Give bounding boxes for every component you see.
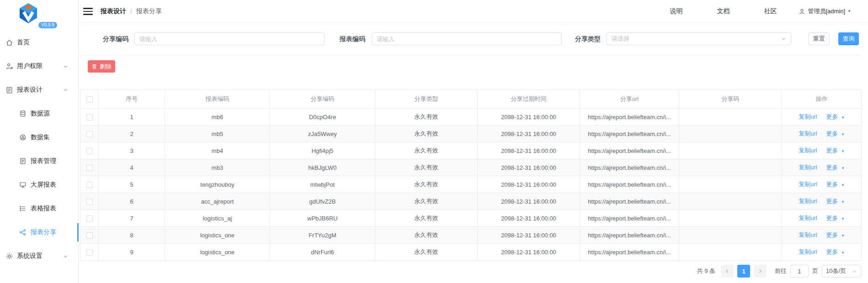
- page-size-select[interactable]: 10条/页: [822, 265, 861, 278]
- cell-share-password: [679, 193, 782, 210]
- search-button[interactable]: 查询: [838, 32, 859, 45]
- copy-url-link[interactable]: 复制url: [799, 130, 817, 137]
- row-checkbox[interactable]: [86, 232, 93, 239]
- row-checkbox[interactable]: [86, 182, 93, 188]
- cell-actions: 复制url 更多 ▼: [782, 227, 862, 244]
- home-icon: [5, 39, 13, 47]
- share-icon: [19, 229, 27, 236]
- sidebar-item-report-share[interactable]: 报表分享: [0, 220, 78, 244]
- sidebar-item-settings[interactable]: 系统设置: [0, 244, 78, 268]
- cell-actions: 复制url 更多 ▼: [782, 109, 862, 126]
- cell-seq: 9: [99, 244, 165, 261]
- copy-url-link[interactable]: 复制url: [799, 147, 817, 154]
- row-checkbox[interactable]: [86, 165, 93, 171]
- caret-down-icon: ▼: [841, 234, 845, 238]
- nav-community-link[interactable]: 社区: [764, 7, 777, 16]
- copy-url-link[interactable]: 复制url: [799, 231, 817, 238]
- cell-share-url: https://ajreport.beliefteam.cn/i...: [580, 193, 679, 210]
- sidebar-item-report-manage[interactable]: 报表管理: [0, 149, 78, 173]
- user-menu[interactable]: 管理员[admin] ▼: [799, 7, 851, 16]
- row-select-cell: [80, 244, 99, 261]
- more-link[interactable]: 更多: [826, 198, 838, 204]
- cell-share-type: 永久有效: [375, 227, 478, 244]
- sidebar-item-label: 报表设计: [17, 86, 43, 94]
- copy-url-link[interactable]: 复制url: [799, 113, 817, 120]
- caret-down-icon: ▼: [847, 10, 851, 13]
- goto-page-input[interactable]: [790, 265, 809, 278]
- more-link[interactable]: 更多: [826, 181, 838, 188]
- more-link[interactable]: 更多: [826, 215, 838, 221]
- share-code-label: 分享编码: [103, 32, 128, 45]
- cell-report-code: mb5: [165, 126, 270, 142]
- app-logo: V0.9.9: [0, 0, 78, 31]
- monitor-icon: [19, 181, 27, 189]
- copy-url-link[interactable]: 复制url: [799, 248, 817, 255]
- next-page-button[interactable]: [754, 265, 767, 278]
- sidebar-item-bigscreen[interactable]: 大屏报表: [0, 173, 78, 197]
- chevron-down-icon: [781, 36, 786, 42]
- row-checkbox[interactable]: [86, 249, 93, 256]
- more-link[interactable]: 更多: [826, 231, 838, 238]
- nav-docs-link[interactable]: 文档: [717, 7, 730, 16]
- row-checkbox[interactable]: [86, 148, 93, 154]
- page-number-button[interactable]: 1: [737, 265, 750, 278]
- cell-share-code: hkBJgLW0: [270, 159, 375, 176]
- share-code-input[interactable]: [134, 32, 325, 45]
- copy-url-link[interactable]: 复制url: [799, 215, 817, 221]
- share-type-select[interactable]: 请选择: [607, 32, 791, 45]
- sidebar-item-report-design[interactable]: 报表设计: [0, 78, 78, 102]
- row-select-cell: [80, 109, 99, 126]
- hamburger-menu-icon[interactable]: [83, 8, 93, 15]
- nav-help-link[interactable]: 说明: [670, 7, 682, 16]
- select-all-checkbox[interactable]: [86, 96, 93, 103]
- report-code-input[interactable]: [372, 32, 562, 45]
- cell-share-password: [679, 126, 782, 142]
- cell-share-type: 永久有效: [375, 176, 478, 193]
- sidebar-item-user-permission[interactable]: 用户权限: [0, 54, 78, 78]
- app-window: V0.9.9 首页 用户权限 报表设计: [0, 0, 868, 283]
- cell-share-password: [679, 142, 782, 159]
- user-icon: [799, 8, 805, 15]
- cell-expire-time: 2098-12-31 16:00:00: [478, 176, 580, 193]
- cell-expire-time: 2098-12-31 16:00:00: [478, 142, 580, 159]
- more-link[interactable]: 更多: [826, 164, 838, 171]
- reset-button[interactable]: 重置: [808, 32, 830, 45]
- sidebar-item-dataset[interactable]: 数据集: [0, 126, 78, 149]
- more-link[interactable]: 更多: [826, 147, 838, 154]
- cell-share-code: FrTYu2gM: [270, 227, 375, 244]
- more-link[interactable]: 更多: [826, 130, 838, 137]
- copy-url-link[interactable]: 复制url: [799, 164, 817, 171]
- delete-button[interactable]: 删除: [88, 60, 115, 73]
- more-link[interactable]: 更多: [826, 113, 838, 120]
- sidebar-item-label: 系统设置: [17, 252, 43, 260]
- share-table: 序号 报表编码 分享编码 分享类型 分享过期时间 分享url 分享码 操作 1 …: [80, 89, 862, 261]
- user-name: 管理员[admin]: [808, 7, 845, 16]
- sidebar-item-home[interactable]: 首页: [0, 31, 78, 54]
- cell-report-code: acc_ajreport: [165, 193, 270, 210]
- row-checkbox[interactable]: [86, 131, 93, 137]
- sidebar-item-datasource[interactable]: 数据源: [0, 102, 78, 126]
- cell-actions: 复制url 更多 ▼: [782, 142, 862, 159]
- sidebar-item-label: 数据源: [31, 110, 50, 118]
- cell-seq: 4: [99, 159, 165, 176]
- row-checkbox[interactable]: [86, 215, 93, 222]
- caret-down-icon: ▼: [841, 166, 845, 170]
- row-checkbox[interactable]: [86, 199, 93, 205]
- more-link[interactable]: 更多: [826, 248, 838, 255]
- cell-report-code: logistics_aj: [165, 210, 270, 227]
- breadcrumb-section[interactable]: 报表设计: [101, 7, 126, 16]
- chevron-up-icon: [63, 88, 68, 93]
- row-select-cell: [80, 227, 99, 244]
- report-design-icon: [5, 86, 13, 94]
- table-row: 4 mb3 hkBJgLW0 永久有效 2098-12-31 16:00:00 …: [80, 159, 862, 176]
- row-checkbox[interactable]: [86, 114, 93, 121]
- copy-url-link[interactable]: 复制url: [799, 181, 817, 188]
- copy-url-link[interactable]: 复制url: [799, 198, 817, 204]
- sidebar-item-table-report[interactable]: 表格报表: [0, 197, 78, 220]
- col-seq: 序号: [99, 90, 165, 109]
- select-all-cell: [80, 90, 99, 109]
- cell-expire-time: 2098-12-31 16:00:00: [478, 227, 580, 244]
- cell-expire-time: 2098-12-31 16:00:00: [478, 126, 580, 142]
- table-row: 6 acc_ajreport gdUfvZ2B 永久有效 2098-12-31 …: [80, 193, 862, 210]
- prev-page-button[interactable]: [721, 265, 734, 278]
